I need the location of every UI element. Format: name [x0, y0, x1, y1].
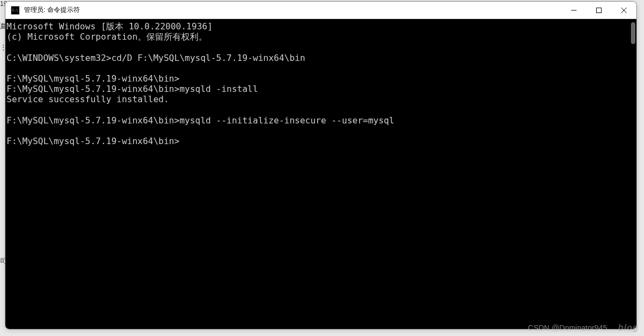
terminal-area[interactable]: Microsoft Windows [版本 10.0.22000.1936] (… [5, 19, 636, 329]
close-button[interactable] [611, 2, 636, 18]
window-titlebar[interactable]: 管理员: 命令提示符 [5, 2, 636, 19]
terminal-output: Microsoft Windows [版本 10.0.22000.1936] (… [5, 21, 636, 146]
maximize-button[interactable] [586, 2, 611, 18]
svg-rect-1 [597, 8, 602, 13]
window-title: 管理员: 命令提示符 [24, 5, 561, 15]
cmd-icon [11, 6, 20, 15]
window-controls [561, 2, 636, 18]
command-prompt-window: 管理员: 命令提示符 Microsoft Windows [版本 10.0.22… [5, 1, 637, 329]
minimize-button[interactable] [561, 2, 586, 18]
watermark-logo: blog [618, 323, 639, 333]
watermark: CSDN @Dominator945 blog [528, 323, 639, 333]
watermark-text: CSDN @Dominator945 [528, 323, 608, 332]
scrollbar-thumb[interactable] [631, 22, 635, 44]
